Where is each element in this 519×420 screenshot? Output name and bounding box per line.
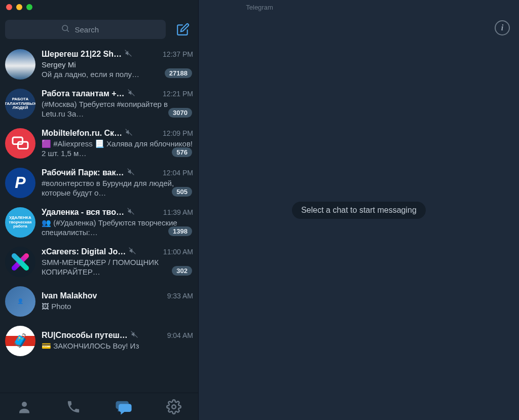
- tab-contacts[interactable]: [17, 399, 32, 414]
- chat-preview: SMM-МЕНЕДЖЕР / ПОМОЩНИК КОПИРАЙТЕР…: [42, 257, 193, 277]
- chat-preview: 🟪 #Aliexpress 📃 Халява для яблочников! 2…: [42, 139, 193, 159]
- chat-name: Шерегеш 21|22 Sh…: [42, 50, 122, 59]
- tab-chats[interactable]: [115, 398, 132, 415]
- muted-icon: [128, 89, 135, 98]
- chat-name: Рабочий Парк: вак…: [42, 168, 124, 177]
- app-window: Telegram Шерегеш 21|22 Sh…: [0, 0, 519, 420]
- search-icon: [61, 24, 70, 35]
- unread-badge: 576: [172, 147, 192, 157]
- empty-state-text: Select a chat to start messaging: [292, 202, 426, 219]
- chat-preview: 💳 ЗАКОНЧИЛОСЬ Boy! Из: [42, 341, 193, 351]
- muted-icon: [127, 208, 134, 217]
- sidebar: Шерегеш 21|22 Sh… 12:37 PM Sergey Mi Ой …: [0, 0, 199, 420]
- chat-item[interactable]: Mobiltelefon.ru. Ск… 12:09 PM 🟪 #Aliexpr…: [0, 124, 198, 163]
- tab-calls[interactable]: [66, 399, 81, 414]
- info-icon: i: [501, 23, 503, 32]
- unread-badge: 27188: [165, 68, 192, 78]
- chat-item[interactable]: УДАЛЕНКА творческая работа Удаленка - вс…: [0, 203, 198, 242]
- fullscreen-window-button[interactable]: [26, 4, 32, 10]
- avatar: P: [5, 168, 35, 198]
- chat-item[interactable]: xCareers: Digital Jo… 11:00 AM SMM-МЕНЕД…: [0, 242, 198, 282]
- avatar: УДАЛЕНКА творческая работа: [5, 207, 35, 238]
- chat-time: 9:33 AM: [167, 292, 193, 300]
- chat-name: Работа талантам +…: [42, 89, 125, 98]
- search-field[interactable]: [5, 20, 166, 39]
- svg-point-12: [172, 405, 176, 409]
- avatar: [5, 326, 35, 356]
- svg-line-1: [67, 30, 68, 31]
- info-button[interactable]: i: [495, 20, 510, 35]
- muted-icon: [125, 50, 132, 59]
- svg-point-0: [62, 25, 68, 31]
- muted-icon: [125, 129, 132, 138]
- chat-time: 11:00 AM: [163, 248, 193, 256]
- traffic-lights: [0, 4, 32, 10]
- chat-time: 11:39 AM: [163, 208, 193, 216]
- unread-badge: 1398: [168, 226, 192, 236]
- chat-preview: 🖼 Photo: [42, 301, 193, 312]
- chat-name: RU|Способы путеш…: [42, 331, 128, 340]
- avatar: РАБОТА ТАЛАНТЛИВЫХ ЛЮДЕЙ: [5, 89, 35, 119]
- chat-time: 12:37 PM: [163, 50, 193, 58]
- minimize-window-button[interactable]: [16, 4, 22, 10]
- compose-button[interactable]: [173, 19, 193, 40]
- close-window-button[interactable]: [6, 4, 12, 10]
- chat-list[interactable]: Шерегеш 21|22 Sh… 12:37 PM Sergey Mi Ой …: [0, 45, 198, 393]
- chat-item[interactable]: P Рабочий Парк: вак… 12:04 PM #волонтерс…: [0, 163, 198, 203]
- chat-time: 12:04 PM: [163, 169, 193, 177]
- chat-name: Удаленка - вся тво…: [42, 208, 124, 217]
- chat-name: Ivan Malakhov: [42, 291, 97, 300]
- unread-badge: 302: [172, 266, 192, 276]
- bottom-tab-bar: [0, 393, 198, 420]
- avatar: [5, 128, 35, 159]
- avatar: [5, 247, 35, 277]
- muted-icon: [127, 168, 134, 177]
- svg-point-11: [22, 402, 27, 407]
- chat-item[interactable]: 👤 Ivan Malakhov 9:33 AM 🖼 Photo: [0, 282, 198, 321]
- chat-preview: #волонтерство в Бурунди для людей, котор…: [42, 178, 193, 198]
- chat-time: 12:09 PM: [163, 129, 193, 137]
- titlebar: Telegram: [0, 0, 519, 14]
- chat-item[interactable]: РАБОТА ТАЛАНТЛИВЫХ ЛЮДЕЙ Работа талантам…: [0, 84, 198, 124]
- unread-badge: 3070: [168, 108, 192, 118]
- tab-settings[interactable]: [166, 399, 181, 414]
- search-row: [0, 17, 198, 45]
- search-input[interactable]: [75, 25, 110, 34]
- window-title: Telegram: [0, 4, 519, 11]
- chat-name: Mobiltelefon.ru. Ск…: [42, 129, 122, 138]
- chat-time: 9:04 AM: [167, 331, 193, 339]
- chat-name: xCareers: Digital Jo…: [42, 247, 126, 256]
- chat-item[interactable]: RU|Способы путеш… 9:04 AM 💳 ЗАКОНЧИЛОСЬ …: [0, 321, 198, 356]
- avatar: [5, 49, 35, 80]
- chat-item[interactable]: Шерегеш 21|22 Sh… 12:37 PM Sergey Mi Ой …: [0, 45, 198, 84]
- chat-time: 12:21 PM: [163, 90, 193, 98]
- muted-icon: [129, 247, 136, 256]
- avatar: 👤: [5, 286, 35, 317]
- unread-badge: 505: [172, 187, 192, 197]
- main-pane: i Select a chat to start messaging: [199, 0, 519, 420]
- muted-icon: [131, 331, 138, 340]
